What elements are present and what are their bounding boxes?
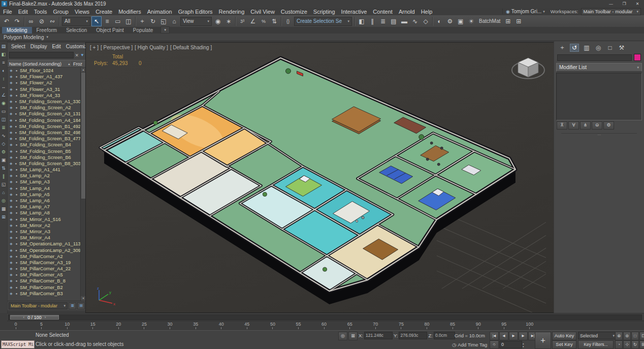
- create-tab-icon[interactable]: ＋: [558, 43, 566, 52]
- scene-object-row[interactable]: ◈ ● SM_Folding_Screen_A4_184: [8, 117, 81, 123]
- scene-object-row[interactable]: ◈ ● SM_Lamp_A3: [8, 179, 81, 185]
- scene-object-row[interactable]: ◈ ● SM_Folding_Screen_A1_330: [8, 99, 81, 105]
- menu-item[interactable]: File: [0, 9, 15, 15]
- time-slider[interactable]: ‹ 0 / 100 ›: [7, 313, 644, 321]
- scene-object-row[interactable]: ◈ ● SM_PillarCorner_B_8: [8, 278, 81, 284]
- visibility-dot-icon[interactable]: ●: [15, 273, 18, 276]
- select-and-move-icon[interactable]: ＋: [137, 16, 147, 26]
- material-editor-icon[interactable]: ◐: [434, 16, 444, 26]
- previous-frame-nub-icon[interactable]: ‹: [23, 315, 25, 320]
- viewport-label[interactable]: [ Perspective ]: [101, 45, 133, 50]
- next-frame-nub-icon[interactable]: ›: [45, 315, 46, 320]
- name-column-header[interactable]: Name (Sorted Ascending): [9, 61, 67, 67]
- utilities-tab-icon[interactable]: ⚒: [618, 44, 626, 51]
- visibility-dot-icon[interactable]: ●: [15, 106, 18, 109]
- object-name-field[interactable]: [557, 54, 632, 61]
- visibility-dot-icon[interactable]: ●: [15, 205, 18, 208]
- search-input[interactable]: [9, 52, 74, 58]
- rendered-frame-window-icon[interactable]: ▣: [456, 16, 466, 26]
- scene-explorer-menu-item[interactable]: Select: [9, 44, 28, 49]
- dock-tool-icon[interactable]: ⊞: [1, 214, 7, 220]
- zoom-region-icon[interactable]: ⊡: [639, 332, 644, 340]
- ribbon-tab[interactable]: Freeform: [32, 27, 62, 34]
- visibility-dot-icon[interactable]: ●: [15, 236, 18, 239]
- menu-item[interactable]: Group: [50, 9, 72, 15]
- scene-object-row[interactable]: ◈ ● SM_Folding_Screen_B3_477: [8, 136, 81, 142]
- play-button[interactable]: ▶: [509, 332, 518, 340]
- add-time-tag[interactable]: ◷ Add Time Tag: [452, 342, 487, 347]
- select-and-place-icon[interactable]: ⌂: [169, 16, 179, 26]
- zoom-all-icon[interactable]: ⊚: [623, 332, 631, 340]
- curve-editor-icon[interactable]: ∿: [410, 16, 420, 26]
- mirror-icon[interactable]: ◧: [357, 16, 367, 26]
- scene-object-row[interactable]: ◈ ● SM_OperationLamp_A2_309: [8, 247, 81, 253]
- visibility-dot-icon[interactable]: ●: [15, 75, 18, 78]
- visibility-dot-icon[interactable]: ●: [15, 249, 18, 252]
- menu-item[interactable]: Civil View: [247, 9, 277, 15]
- polygon-modeling-panel-button[interactable]: Polygon Modeling: [4, 35, 44, 40]
- visibility-dot-icon[interactable]: ●: [15, 187, 18, 190]
- spinner-down-icon[interactable]: ▾: [523, 345, 524, 348]
- modify-tab-icon[interactable]: ↺: [570, 44, 579, 52]
- dock-tool-icon[interactable]: ◧: [1, 52, 7, 57]
- dock-tool-icon[interactable]: ∿: [1, 133, 7, 139]
- visibility-dot-icon[interactable]: ●: [15, 286, 18, 289]
- dock-tool-icon[interactable]: ∥: [1, 174, 7, 179]
- visibility-dot-icon[interactable]: ●: [15, 193, 18, 196]
- auto-key-button[interactable]: Auto Key: [552, 332, 576, 340]
- modifier-list-dropdown[interactable]: Modifier List ▾: [556, 63, 642, 72]
- reference-coordinate-dropdown[interactable]: View ▾: [180, 17, 212, 26]
- scene-object-row[interactable]: ◈ ● SM_Flower_A4_33: [8, 92, 81, 99]
- hierarchy-tab-icon[interactable]: ▥: [583, 44, 591, 51]
- unlink-selection-icon[interactable]: ⊘: [37, 16, 47, 26]
- toggle-layer-explorer-icon[interactable]: ▤: [389, 16, 399, 26]
- key-filter-set-dropdown[interactable]: Selected ▾: [578, 332, 617, 339]
- motion-tab-icon[interactable]: ◎: [594, 44, 602, 51]
- use-pivot-point-icon[interactable]: ◉: [213, 16, 223, 26]
- visibility-dot-icon[interactable]: ●: [14, 162, 17, 165]
- scene-object-row[interactable]: ◈ ● SM_Flower_A2: [8, 80, 81, 86]
- perspective-viewport[interactable]: x y z [ + ][ Perspective ][ High Quality…: [85, 42, 554, 313]
- previous-frame-button[interactable]: ◀: [499, 332, 508, 340]
- workspace-dropdown[interactable]: Main Toolbar - modular ▾: [581, 8, 641, 15]
- dock-tool-icon[interactable]: ◐: [1, 68, 7, 74]
- dock-tool-icon[interactable]: ≡: [1, 60, 7, 66]
- visibility-dot-icon[interactable]: ●: [14, 125, 17, 128]
- visibility-dot-icon[interactable]: ●: [15, 81, 18, 84]
- dock-tool-icon[interactable]: ∠: [1, 92, 7, 98]
- scene-object-row[interactable]: ◈ ● SM_Floor_1024: [8, 68, 81, 74]
- menu-item[interactable]: Animation: [144, 9, 175, 15]
- viewport-label[interactable]: [ High Quality ]: [135, 45, 168, 50]
- menu-item[interactable]: Help: [418, 9, 436, 15]
- scene-object-row[interactable]: ◈ ● SM_PillarCorner_A3_19: [8, 260, 81, 266]
- dock-tool-icon[interactable]: ◎: [1, 198, 7, 204]
- viewport-label[interactable]: [ Default Shading ]: [170, 45, 212, 50]
- explorer-display-list-icon[interactable]: ≣: [69, 302, 76, 309]
- visibility-dot-icon[interactable]: ●: [15, 180, 18, 183]
- render-production-icon[interactable]: ☀: [466, 16, 476, 26]
- minimize-button[interactable]: —: [604, 1, 618, 8]
- menu-item[interactable]: Graph Editors: [175, 9, 216, 15]
- scene-object-row[interactable]: ◈ ● SM_Folding_Screen_B2_498: [8, 130, 81, 136]
- dock-tool-icon[interactable]: ≣: [1, 125, 7, 131]
- visibility-dot-icon[interactable]: ●: [15, 218, 18, 221]
- viewport-3d-scene[interactable]: x y z: [86, 43, 554, 312]
- z-coordinate-field[interactable]: 0.0cm: [434, 332, 455, 339]
- remove-modifier-icon[interactable]: ⊖: [592, 121, 602, 130]
- display-tab-icon[interactable]: □: [606, 44, 614, 51]
- render-setup-icon[interactable]: ⚙: [445, 16, 455, 26]
- scene-object-row[interactable]: ◈ ● SM_Folding_Screen_B8_303: [8, 161, 81, 167]
- scene-object-row[interactable]: ◈ ● SM_Flower_A1_437: [8, 74, 81, 80]
- selection-filter-dropdown[interactable]: All ▾: [62, 17, 90, 26]
- percent-snap-icon[interactable]: %: [259, 16, 269, 26]
- scene-object-row[interactable]: ◈ ● SM_Lamp_A1_441: [8, 167, 81, 173]
- x-coordinate-field[interactable]: 121.248c: [364, 332, 393, 339]
- batch-render-grid2-icon[interactable]: ⊞: [513, 16, 524, 26]
- make-unique-icon[interactable]: ⋔: [580, 121, 591, 130]
- menu-item[interactable]: Edit: [15, 9, 31, 15]
- menu-item[interactable]: Content: [370, 9, 396, 15]
- scene-object-row[interactable]: ◈ ● SM_Folding_Screen_B1_492: [8, 123, 81, 130]
- visibility-dot-icon[interactable]: ●: [14, 100, 17, 103]
- viewcube[interactable]: [512, 58, 544, 79]
- visibility-dot-icon[interactable]: ●: [15, 255, 18, 258]
